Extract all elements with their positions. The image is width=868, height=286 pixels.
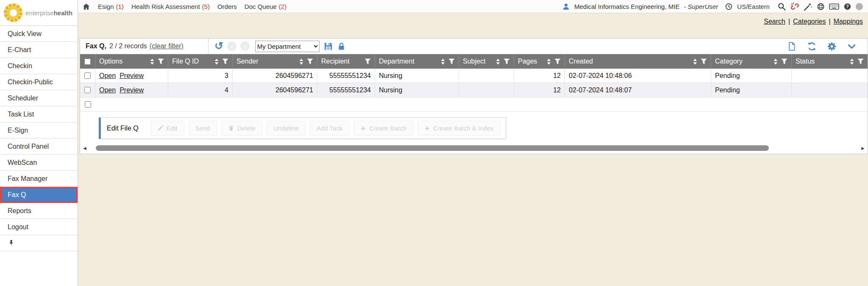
filter-icon[interactable] (554, 58, 561, 64)
open-link[interactable]: Open (99, 86, 116, 94)
sidebar-item-quick-view[interactable]: Quick View (0, 26, 78, 42)
pages-cell: 12 (514, 69, 565, 83)
nav-item-doc-queue[interactable]: Doc Queue(2) (245, 3, 287, 10)
column-header-subject[interactable]: Subject (459, 54, 514, 69)
save-filter-icon[interactable] (323, 42, 333, 51)
sidebar-item-scheduler[interactable]: Scheduler (0, 90, 78, 106)
search-link[interactable]: Search (764, 18, 785, 25)
nav-item-health-risk-assessment[interactable]: Health Risk Assessment(5) (131, 3, 210, 10)
sort-icon[interactable] (495, 58, 501, 65)
new-document-icon[interactable] (787, 42, 797, 51)
subject-cell (459, 83, 514, 97)
lock-icon[interactable] (337, 42, 346, 51)
sort-icon[interactable] (773, 58, 778, 65)
sidebar-item-checkin-public[interactable]: Checkin-Public (0, 74, 78, 90)
sidebar-item-e-chart[interactable]: E-Chart (0, 42, 78, 58)
scrollbar-thumb[interactable] (96, 145, 769, 151)
sort-icon[interactable] (849, 58, 854, 65)
nav-item-orders[interactable]: Orders (217, 3, 237, 10)
globe-icon[interactable] (817, 3, 825, 11)
gear-icon[interactable] (827, 42, 837, 51)
filter-icon[interactable] (781, 58, 787, 64)
scroll-left-arrow[interactable] (82, 145, 87, 151)
search-icon[interactable] (777, 2, 786, 11)
sidebar-pin-toggle[interactable] (0, 235, 78, 251)
filter-icon[interactable] (364, 58, 371, 64)
sort-icon[interactable] (693, 58, 698, 65)
column-header-status[interactable]: Status (792, 54, 868, 69)
filter-icon[interactable] (448, 58, 455, 64)
record-count: 2 / 2 records (109, 42, 147, 50)
sunflower-logo-icon (4, 3, 22, 22)
column-header-department[interactable]: Department (375, 54, 459, 69)
column-header-file-q-id[interactable]: File Q ID (168, 54, 233, 69)
clock-icon (725, 3, 733, 11)
sidebar-item-control-panel[interactable]: Control Panel (0, 139, 78, 155)
sidebar-item-reports[interactable]: Reports (0, 203, 78, 219)
reset-filter-icon[interactable]: ↺ (214, 41, 223, 51)
row-checkbox[interactable] (84, 87, 91, 93)
panel-header-actions (787, 39, 868, 54)
refresh-icon[interactable] (807, 42, 817, 51)
broken-link-icon[interactable] (790, 2, 799, 11)
row-checkbox[interactable] (85, 101, 91, 108)
sort-icon[interactable] (546, 58, 551, 65)
scroll-right-arrow[interactable] (860, 145, 865, 151)
sort-icon[interactable] (440, 58, 445, 65)
next-page-button[interactable]: › (240, 42, 250, 51)
sidebar-item-webscan[interactable]: WebScan (0, 155, 78, 171)
filter-icon[interactable] (857, 58, 864, 64)
options-cell: OpenPreview (95, 69, 168, 83)
collapse-chevron-icon[interactable] (847, 42, 857, 51)
filter-icon[interactable] (701, 58, 707, 64)
help-icon[interactable]: ? (843, 3, 851, 11)
magic-wand-icon[interactable] (804, 2, 812, 11)
department-filter-select[interactable]: My Department (255, 41, 320, 52)
categories-link[interactable]: Categories (793, 18, 826, 25)
preview-link[interactable]: Preview (120, 72, 144, 80)
filter-icon[interactable] (158, 58, 164, 64)
filter-icon[interactable] (504, 58, 510, 64)
select-all-checkbox[interactable] (84, 58, 91, 65)
column-header-pages[interactable]: Pages (514, 54, 565, 69)
sidebar-item-logout[interactable]: Logout (0, 219, 78, 235)
sidebar-item-e-sign[interactable]: E-Sign (0, 122, 78, 139)
column-header-created[interactable]: Created (565, 54, 711, 69)
filter-icon[interactable] (307, 58, 313, 64)
navbar-left: Esign(1) Health Risk Assessment(5) Order… (82, 3, 287, 11)
column-header-recipient[interactable]: Recipient (317, 54, 375, 69)
clear-filter-link[interactable]: (clear filter) (150, 42, 184, 50)
brand-part-2: health (54, 9, 72, 17)
sender-cell: 2604596271 (233, 69, 317, 83)
edit-button: Edit (150, 121, 184, 136)
top-navbar: Esign(1) Health Risk Assessment(5) Order… (78, 0, 868, 13)
column-header-sender[interactable]: Sender (233, 54, 317, 69)
sidebar-item-checkin[interactable]: Checkin (0, 58, 78, 74)
organization-name[interactable]: Medical Informatics Engineering, MIE (574, 3, 679, 10)
sidebar-item-fax-q[interactable]: Fax Q (0, 187, 78, 203)
column-header-options[interactable]: Options (95, 54, 168, 69)
options-cell: OpenPreview (95, 83, 168, 97)
timezone-label[interactable]: US/Eastern (737, 3, 770, 10)
previous-page-button[interactable]: ‹ (227, 42, 236, 51)
nav-item-esign[interactable]: Esign(1) (98, 3, 124, 10)
sort-icon[interactable] (299, 58, 304, 65)
panel-toolbar: ↺ ‹ › My Department (209, 39, 346, 54)
sort-icon[interactable] (214, 58, 219, 65)
pencil-icon (157, 125, 164, 131)
home-icon[interactable] (82, 3, 90, 11)
keyboard-icon[interactable] (829, 3, 839, 11)
sidebar-item-task-list[interactable]: Task List (0, 106, 78, 122)
table-row: OpenPreview 4 2604596271 55555551234 Nur… (80, 83, 868, 97)
mappings-link[interactable]: Mappings (834, 18, 863, 25)
fax-q-panel: Fax Q, 2 / 2 records (clear filter) ↺ ‹ … (80, 38, 868, 154)
department-cell: Nursing (375, 69, 459, 83)
row-checkbox[interactable] (84, 72, 91, 79)
preview-link[interactable]: Preview (120, 86, 144, 94)
sidebar-item-fax-manager[interactable]: Fax Manager (0, 171, 78, 187)
column-header-category[interactable]: Category (711, 54, 792, 69)
sort-icon[interactable] (150, 58, 155, 65)
status-cell (792, 83, 868, 97)
open-link[interactable]: Open (99, 72, 116, 80)
filter-icon[interactable] (222, 58, 228, 64)
